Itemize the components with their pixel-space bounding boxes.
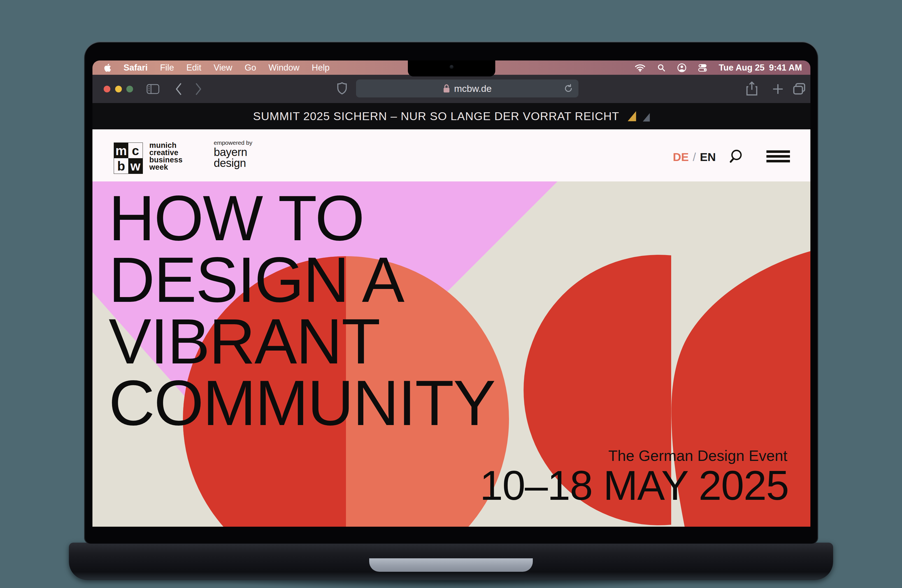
menu-item-go[interactable]: Go xyxy=(244,63,256,73)
menu-item-help[interactable]: Help xyxy=(312,63,330,73)
status-time: 9:41 AM xyxy=(769,63,802,73)
url-text: mcbw.de xyxy=(454,83,492,94)
refresh-icon[interactable] xyxy=(563,83,573,94)
sidebar-icon[interactable] xyxy=(147,84,160,94)
hero-section: HOW TO DESIGN A VIBRANT COMMUNITY The Ge… xyxy=(92,181,810,527)
tab-overview-icon[interactable] xyxy=(792,82,806,96)
menubar-clock[interactable]: Tue Aug 25 9:41 AM xyxy=(719,63,802,73)
user-icon[interactable] xyxy=(677,63,686,72)
lang-en[interactable]: EN xyxy=(700,151,716,164)
bayern-design-logo[interactable]: bayerndesign xyxy=(214,147,247,169)
logo-tile-c: c xyxy=(128,143,143,158)
minimize-window-button[interactable] xyxy=(115,86,122,92)
safari-toolbar: mcbw.de xyxy=(92,75,810,103)
url-bar[interactable]: mcbw.de xyxy=(356,80,578,97)
laptop-base xyxy=(69,543,833,580)
headline-line: VIBRANT xyxy=(109,311,495,372)
mcbw-logo[interactable]: m c b w xyxy=(114,143,143,174)
laptop-lid: Safari File Edit View Go Window Help xyxy=(84,41,818,544)
menu-item-window[interactable]: Window xyxy=(269,63,299,73)
menu-item-safari[interactable]: Safari xyxy=(124,63,148,73)
logo-tile-w: w xyxy=(128,158,143,174)
wifi-icon[interactable] xyxy=(635,64,645,72)
lock-icon xyxy=(443,84,450,93)
close-window-button[interactable] xyxy=(103,86,110,92)
logo-tile-m: m xyxy=(114,143,128,158)
menu-hamburger-icon[interactable] xyxy=(766,150,790,163)
shield-icon[interactable] xyxy=(337,81,348,96)
site-search-icon[interactable] xyxy=(729,148,746,165)
menu-item-edit[interactable]: Edit xyxy=(186,63,201,73)
language-switch: DE / EN xyxy=(673,151,716,164)
menu-item-file[interactable]: File xyxy=(160,63,174,73)
lang-separator: / xyxy=(693,151,696,164)
banner-flag-gray-icon xyxy=(643,113,650,122)
status-date: Tue Aug 25 xyxy=(719,63,765,73)
empowered-by-label: empowered by xyxy=(214,139,252,146)
logo-tile-b: b xyxy=(114,158,128,174)
share-icon[interactable] xyxy=(746,81,758,97)
screen: Safari File Edit View Go Window Help xyxy=(92,61,810,527)
camera-notch xyxy=(408,61,495,77)
apple-logo-icon[interactable] xyxy=(103,63,111,72)
menu-items: Safari File Edit View Go Window Help xyxy=(124,63,330,73)
event-dates: 10–18 MAY 2025 xyxy=(480,462,789,509)
site-header: m c b w munichcreative businessweek empo… xyxy=(92,129,810,181)
laptop-lid-scoop xyxy=(369,558,533,572)
menu-item-view[interactable]: View xyxy=(214,63,232,73)
hero-headline: HOW TO DESIGN A VIBRANT COMMUNITY xyxy=(109,187,495,434)
back-icon[interactable] xyxy=(174,82,183,96)
promo-banner[interactable]: SUMMIT 2025 SICHERN – NUR SO LANGE DER V… xyxy=(92,103,810,129)
new-tab-icon[interactable] xyxy=(772,83,785,95)
lang-de[interactable]: DE xyxy=(673,151,689,164)
banner-flag-gold-icon xyxy=(628,111,636,121)
search-icon[interactable] xyxy=(657,64,666,72)
camera-dot-icon xyxy=(449,65,454,69)
headline-line: HOW TO xyxy=(109,187,495,249)
headline-line: DESIGN A xyxy=(109,249,495,311)
control-center-icon[interactable] xyxy=(698,64,707,72)
forward-icon[interactable] xyxy=(194,82,203,96)
logo-caption: munichcreative businessweek xyxy=(149,142,183,171)
promo-banner-text: SUMMIT 2025 SICHERN – NUR SO LANGE DER V… xyxy=(253,110,619,123)
headline-line: COMMUNITY xyxy=(109,372,495,434)
zoom-window-button[interactable] xyxy=(126,86,133,92)
